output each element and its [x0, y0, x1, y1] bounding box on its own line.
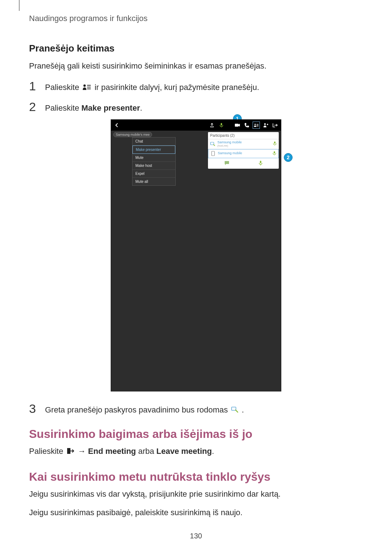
svg-point-0	[83, 85, 86, 87]
participants-icon	[253, 122, 260, 129]
panel-footer	[208, 158, 279, 169]
ctx-expel: Expel	[132, 170, 175, 178]
step3-text-a: Greta pranešėjo paskyros pavadinimo bus …	[45, 405, 230, 414]
t-a: Palieskite	[29, 447, 65, 456]
ctx-chat: Chat	[132, 138, 175, 145]
share-icon	[208, 122, 216, 129]
t-e: Leave meeting	[156, 447, 212, 456]
svg-point-10	[264, 123, 266, 125]
breadcrumb: Naudingos programos ir funkcijos	[29, 14, 363, 23]
callout-badge-2: 2	[284, 153, 293, 162]
step2-bold: Make presenter	[81, 103, 140, 112]
step-2: 2 Palieskite Make presenter.	[29, 100, 363, 113]
svg-point-6	[254, 124, 256, 125]
mic-icon	[273, 141, 277, 147]
device-figure: 1 2 3	[103, 119, 289, 391]
step2-text-a: Palieskite	[45, 103, 81, 112]
step3-text-b: .	[242, 405, 244, 414]
ctx-make-presenter: Make presenter	[132, 145, 175, 154]
svg-rect-5	[235, 124, 238, 127]
step1-text-a: Palieskite	[45, 83, 81, 92]
phone-icon	[243, 122, 250, 129]
participant-name: Samsung mobile (host,me)	[217, 141, 271, 147]
participant-row: Samsung mobile (host,me)	[208, 139, 279, 149]
svg-rect-14	[274, 151, 275, 153]
intro-text: Pranešėją gali keisti susirinkimo šeimin…	[29, 60, 363, 72]
svg-rect-12	[274, 141, 275, 144]
ctx-make-host: Make host	[132, 162, 175, 170]
ctx-mute: Mute	[132, 154, 175, 162]
exit-icon	[271, 122, 279, 129]
presenter-indicator-icon	[210, 141, 215, 147]
step1-text-b: ir pasirinkite dalyvį, kurį pažymėsite p…	[94, 83, 259, 92]
step-text: Palieskite ir pasirinkite dalyvį, kurį p…	[45, 80, 259, 93]
margin-rule	[19, 0, 20, 11]
meeting-chip: Samsung mobile's mee	[113, 132, 152, 137]
device-topbar	[111, 120, 281, 131]
step2-text-c: .	[140, 103, 142, 112]
network-p2: Jeigu susirinkimas pasibaigė, paleiskite…	[29, 506, 363, 518]
step-3: 3 Greta pranešėjo paskyros pavadinimo bu…	[29, 402, 363, 415]
exit-meeting-icon	[66, 446, 74, 458]
add-participant-icon	[262, 122, 269, 129]
presenter-indicator-icon	[231, 406, 238, 415]
svg-rect-15	[260, 161, 261, 163]
ctx-mute-all: Mute all	[132, 178, 175, 185]
step-number: 2	[29, 100, 45, 113]
section-heading-network-lost: Kai susirinkimo metu nutrūksta tinklo ry…	[29, 470, 363, 484]
mic-footer-icon	[258, 160, 263, 167]
t-d: arba	[136, 447, 156, 456]
svg-rect-1	[87, 85, 91, 86]
chat-bubble-icon	[224, 160, 230, 167]
participant-sub: (host,me)	[217, 144, 271, 147]
mic-icon	[273, 151, 276, 156]
svg-rect-17	[67, 448, 70, 454]
svg-rect-7	[257, 124, 258, 124]
participants-list-icon	[82, 83, 91, 93]
svg-rect-3	[87, 89, 91, 89]
svg-rect-2	[87, 87, 91, 87]
device-screenshot: Samsung mobile's mee Chat Make presenter…	[111, 119, 281, 391]
t-c: End meeting	[88, 447, 136, 456]
network-p1: Jeigu susirinkimas vis dar vykstą, prisi…	[29, 488, 363, 500]
end-meeting-text: Palieskite → End meeting arba Leave meet…	[29, 445, 363, 458]
svg-rect-11	[211, 142, 214, 145]
t-b: →	[78, 447, 88, 456]
page-content: Naudingos programos ir funkcijos Pranešė…	[0, 0, 392, 518]
step-text: Palieskite Make presenter.	[45, 100, 142, 113]
svg-rect-13	[212, 151, 215, 156]
svg-rect-9	[257, 126, 258, 127]
section-heading-presenter-change: Pranešėjo keitimas	[29, 43, 363, 54]
panel-header: Participants (2)	[208, 132, 279, 139]
svg-rect-4	[221, 123, 222, 126]
context-menu: Chat Make presenter Mute Make host Expel…	[132, 137, 176, 186]
section-heading-end-meeting: Susirinkimo baigimas arba išėjimas iš jo	[29, 427, 363, 441]
t-f: .	[212, 447, 214, 456]
page-number: 130	[0, 532, 392, 540]
step-number: 1	[29, 80, 45, 92]
svg-rect-8	[257, 125, 258, 126]
video-icon	[234, 122, 241, 129]
step-number: 3	[29, 402, 45, 415]
step-text: Greta pranešėjo paskyros pavadinimo bus …	[45, 402, 244, 415]
back-icon	[113, 122, 121, 129]
mic-status-icon	[218, 122, 225, 129]
participants-panel: Participants (2) Samsung mobile (host,me…	[208, 132, 279, 169]
step-1: 1 Palieskite ir pasirinkite dalyvį, kurį…	[29, 80, 363, 93]
participant-name: Samsung mobile	[218, 152, 270, 155]
participant-row-selected: Samsung mobile	[208, 149, 279, 158]
device-indicator-icon	[211, 151, 216, 156]
